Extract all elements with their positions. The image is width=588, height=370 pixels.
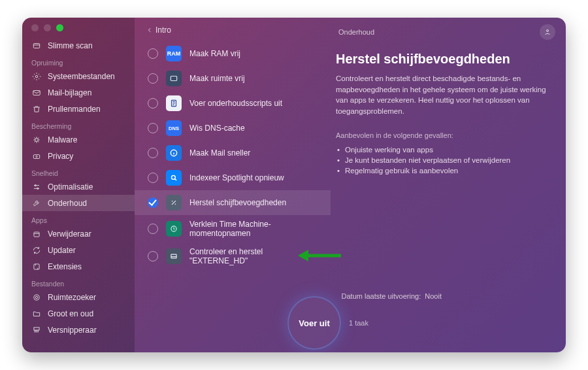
sidebar-item-extensions[interactable]: Extensies <box>22 258 135 275</box>
chevron-left-icon <box>146 27 153 33</box>
sidebar-section-cleanup: Opruiming <box>22 54 135 68</box>
task-free-ram[interactable]: RAM Maak RAM vrij <box>135 41 331 66</box>
search-icon <box>166 170 182 186</box>
profile-button[interactable] <box>540 24 555 40</box>
svg-point-2 <box>35 75 38 78</box>
sidebar-item-label: Malware <box>48 135 77 144</box>
svg-rect-9 <box>33 232 39 237</box>
highlight-arrow-icon <box>297 248 342 266</box>
task-label: Indexeer Spotlight opnieuw <box>189 173 284 182</box>
sidebar-item-trash[interactable]: Prullenmanden <box>22 101 135 117</box>
sliders-icon <box>31 182 41 192</box>
run-button[interactable]: Voer uit <box>289 297 340 348</box>
sidebar-item-space-lens[interactable]: Ruimtezoeker <box>22 289 135 305</box>
bug-icon <box>31 135 41 144</box>
sidebar-item-large-old[interactable]: Groot en oud <box>22 305 135 322</box>
task-flush-dns[interactable]: DNS Wis DNS-cache <box>135 116 331 141</box>
sidebar-item-label: Mail-bijlagen <box>48 88 91 97</box>
sidebar-item-mail[interactable]: Mail-bijlagen <box>22 84 135 101</box>
sidebar-item-system-junk[interactable]: Systeembestanden <box>22 68 135 84</box>
recommendation-item: Je kunt bestanden niet verplaatsen of ve… <box>336 155 550 165</box>
task-radio[interactable] <box>148 73 158 84</box>
task-radio[interactable] <box>148 224 158 234</box>
mail-icon <box>31 88 41 97</box>
task-radio[interactable] <box>148 173 158 183</box>
sidebar-item-privacy[interactable]: Privacy <box>22 148 135 164</box>
run-button-label: Voer uit <box>299 318 329 328</box>
run-zone: Voer uit 1 taak <box>289 297 368 348</box>
task-radio[interactable] <box>148 251 158 261</box>
task-label: Maak Mail sneller <box>189 148 250 158</box>
sidebar-item-label: Prullenmanden <box>48 105 101 114</box>
task-radio[interactable] <box>148 197 158 208</box>
task-label: Maak RAM vrij <box>189 49 240 58</box>
sidebar: Slimme scan Opruiming Systeembestanden M… <box>22 18 135 352</box>
sidebar-item-label: Versnipperaar <box>48 326 97 335</box>
task-label: Verklein Time Machine-momentopnamen <box>189 220 321 238</box>
recommendation-item: Regelmatig gebruik is aanbevolen <box>336 165 550 176</box>
sidebar-item-label: Updater <box>48 246 76 255</box>
sidebar-item-updater[interactable]: Updater <box>22 242 135 258</box>
sidebar-item-shredder[interactable]: Versnipperaar <box>22 322 135 338</box>
wrench-icon <box>31 198 41 208</box>
svg-rect-14 <box>171 76 176 81</box>
sidebar-section-apps: Apps <box>22 211 135 226</box>
sidebar-item-optimization[interactable]: Optimalisatie <box>22 178 135 195</box>
svg-point-6 <box>35 156 37 157</box>
app-window: Slimme scan Opruiming Systeembestanden M… <box>22 18 566 352</box>
shredder-icon <box>31 325 41 335</box>
sidebar-item-label: Ruimtezoeker <box>48 293 96 302</box>
task-thin-tm[interactable]: Verklein Time Machine-momentopnamen <box>135 215 331 243</box>
task-free-space[interactable]: Maak ruimte vrij <box>135 66 331 91</box>
sidebar-item-maintenance[interactable]: Onderhoud <box>22 195 135 211</box>
svg-point-12 <box>35 296 38 299</box>
task-label: Maak ruimte vrij <box>189 74 245 83</box>
puzzle-icon <box>31 261 41 271</box>
minimize-dot[interactable] <box>44 24 51 31</box>
task-label: Herstel schijfbevoegdheden <box>189 198 286 207</box>
sidebar-item-malware[interactable]: Malware <box>22 131 135 148</box>
sidebar-item-uninstaller[interactable]: Verwijderaar <box>22 226 135 242</box>
svg-point-0 <box>547 30 549 32</box>
back-label: Intro <box>155 25 171 35</box>
drive-icon <box>166 248 182 264</box>
recommendations-list: Onjuiste werking van apps Je kunt bestan… <box>336 144 550 176</box>
task-radio[interactable] <box>148 48 158 59</box>
tools-icon <box>166 195 182 210</box>
script-icon <box>166 95 182 111</box>
task-speedup-mail[interactable]: Maak Mail sneller <box>135 141 331 165</box>
task-repair-permissions[interactable]: Herstel schijfbevoegdheden <box>135 190 331 215</box>
svg-rect-13 <box>33 327 39 329</box>
dns-icon: DNS <box>166 120 182 136</box>
sidebar-item-label: Slimme scan <box>48 41 93 50</box>
sidebar-item-label: Privacy <box>48 152 73 161</box>
folder-icon <box>31 309 41 318</box>
svg-rect-5 <box>33 154 39 158</box>
task-radio[interactable] <box>148 123 158 133</box>
ram-icon: RAM <box>166 46 182 61</box>
privacy-icon <box>31 151 41 161</box>
svg-marker-21 <box>298 250 308 261</box>
sidebar-item-smart-scan[interactable]: Slimme scan <box>22 37 135 54</box>
task-maint-scripts[interactable]: Voer onderhoudsscripts uit <box>135 91 331 116</box>
zoom-dot[interactable] <box>56 24 63 31</box>
sidebar-item-label: Systeembestanden <box>48 72 115 81</box>
window-controls <box>31 24 63 31</box>
detail-title: Herstel schijfbevoegdheden <box>336 52 550 67</box>
task-radio[interactable] <box>148 98 158 109</box>
recommendations-title: Aanbevolen in de volgende gevallen: <box>336 131 550 139</box>
task-count-label: 1 taak <box>349 319 368 327</box>
svg-point-11 <box>33 294 39 299</box>
back-button[interactable]: Intro <box>135 25 331 41</box>
disk-icon <box>166 71 182 86</box>
task-reindex-spotlight[interactable]: Indexeer Spotlight opnieuw <box>135 165 331 190</box>
task-radio[interactable] <box>148 148 158 158</box>
close-dot[interactable] <box>31 24 39 31</box>
last-run-value: Nooit <box>425 292 442 300</box>
task-label: Voer onderhoudsscripts uit <box>189 99 282 108</box>
gear-icon <box>31 71 41 81</box>
scan-icon <box>31 41 41 50</box>
sidebar-item-label: Groot en oud <box>48 309 93 318</box>
sidebar-item-label: Optimalisatie <box>48 182 93 192</box>
svg-point-17 <box>172 176 176 180</box>
